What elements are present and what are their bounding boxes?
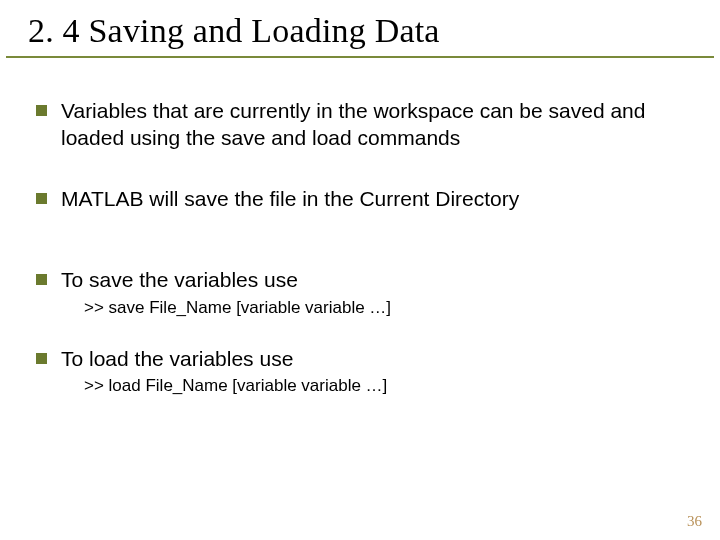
square-bullet-icon: [36, 353, 47, 364]
bullet-text: Variables that are currently in the work…: [61, 98, 684, 152]
bullet-text: MATLAB will save the file in the Current…: [61, 186, 519, 213]
bullet-item: MATLAB will save the file in the Current…: [36, 186, 684, 213]
square-bullet-icon: [36, 105, 47, 116]
square-bullet-icon: [36, 274, 47, 285]
content-area: Variables that are currently in the work…: [0, 58, 720, 396]
code-example: >> save File_Name [variable variable …]: [36, 298, 684, 318]
slide-title: 2. 4 Saving and Loading Data: [28, 12, 692, 50]
square-bullet-icon: [36, 193, 47, 204]
bullet-text: To load the variables use: [61, 346, 293, 373]
title-container: 2. 4 Saving and Loading Data: [6, 0, 714, 58]
bullet-text: To save the variables use: [61, 267, 298, 294]
bullet-item: To save the variables use: [36, 267, 684, 294]
slide: 2. 4 Saving and Loading Data Variables t…: [0, 0, 720, 540]
page-number: 36: [687, 513, 702, 530]
code-example: >> load File_Name [variable variable …]: [36, 376, 684, 396]
bullet-item: To load the variables use: [36, 346, 684, 373]
bullet-item: Variables that are currently in the work…: [36, 98, 684, 152]
